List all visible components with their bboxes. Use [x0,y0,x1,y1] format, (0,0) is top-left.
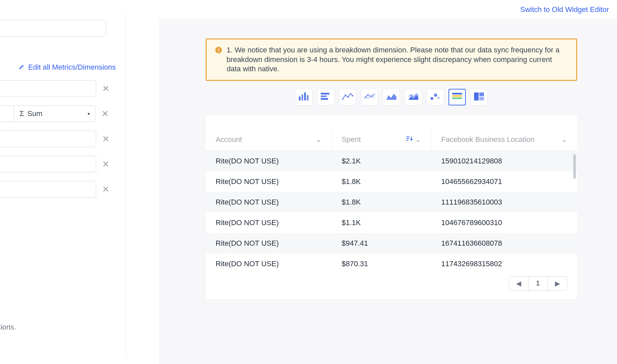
cell-location: 111196835610003 [431,192,577,212]
cell-spent: $1.1K [332,212,431,233]
cell-spent: $870.31 [332,254,431,271]
table-row[interactable]: Rite(DO NOT USE)$870.31117432698315802 [206,254,577,271]
chart-type-multi-line[interactable] [361,89,378,105]
chart-type-horizontal-bar[interactable] [317,89,334,105]
svg-point-12 [431,97,433,100]
switch-editor-link[interactable]: Switch to Old Widget Editor [520,5,609,14]
table-chart-icon [451,92,463,102]
chart-type-stacked-area[interactable] [405,89,422,105]
svg-rect-15 [452,93,462,94]
remove-metric-aggregate[interactable]: ✕ [102,109,109,118]
svg-rect-17 [452,97,462,99]
table-row[interactable]: Rite(DO NOT USE)$1.1K104676789600310 [206,212,577,233]
edit-all-metrics-link[interactable]: Edit all Metrics/Dimensions [0,63,116,72]
next-page-button[interactable]: ▶ [548,276,567,290]
cell-location: 159010214129808 [431,151,577,171]
svg-rect-20 [479,97,484,100]
scrollbar-thumb[interactable] [573,154,576,179]
horizontal-bar-icon [320,92,331,102]
chart-type-switcher [206,89,577,105]
svg-rect-0 [299,96,301,100]
metric-row-1: ✕ [0,80,116,97]
table-row[interactable]: Rite(DO NOT USE)$2.1K159010214129808 [206,151,577,171]
aggregate-select[interactable]: Σ Sum ▾ [14,105,96,122]
remove-metric-1[interactable]: ✕ [102,84,109,93]
alert-message: 1. We notice that you are using a breakd… [227,45,563,74]
svg-rect-16 [452,95,462,97]
cell-account: Rite(DO NOT USE) [206,233,332,254]
chevron-down-icon: ⌄ [561,135,567,144]
chevron-down-icon: ⌄ [415,135,421,144]
svg-rect-4 [321,93,329,94]
cell-spent: $2.1K [332,151,431,171]
edit-all-label: Edit all Metrics/Dimensions [28,63,116,72]
table-row[interactable]: Rite(DO NOT USE)$947.41167411636608078 [206,233,577,254]
col-account[interactable]: Account ⌄ [206,129,332,151]
cell-spent: $1.8K [332,192,431,212]
cell-location: 104676789600310 [431,212,577,233]
cell-account: Rite(DO NOT USE) [206,151,332,171]
multi-line-icon [364,92,375,102]
cell-account: Rite(DO NOT USE) [206,192,332,212]
chevron-down-icon: ▾ [88,111,90,116]
cell-location: 117432698315802 [431,254,577,271]
svg-point-7 [342,98,343,100]
table-header: Account ⌄ Spent ⌄ Facebook Business Loca… [206,129,577,151]
chart-type-bar-chart[interactable] [295,89,312,105]
metric-input-1[interactable] [0,80,96,97]
svg-point-13 [434,93,437,97]
svg-rect-3 [307,95,308,100]
table-row[interactable]: Rite(DO NOT USE)$1.8K104655662934071 [206,171,577,192]
cell-account: Rite(DO NOT USE) [206,212,332,233]
cell-spent: $947.41 [332,233,431,254]
cell-location: 167411636608078 [431,233,577,254]
metric-input-3[interactable] [0,131,96,147]
data-table-card: Account ⌄ Spent ⌄ Facebook Business Loca… [206,115,577,299]
scatter-chart-icon [430,92,441,102]
sort-indicator-icon [406,136,413,143]
svg-rect-5 [321,95,327,97]
sidebar-panel: Edit all Metrics/Dimensions ✕ Σ Sum ▾ ✕ … [0,13,126,358]
chart-type-treemap-chart[interactable] [470,89,488,105]
area-chart-icon [386,92,397,102]
chart-type-scatter-chart[interactable] [427,89,444,105]
page-number[interactable]: 1 [528,276,548,290]
col-spent-label: Spent [342,135,361,144]
sigma-icon: Σ [20,109,24,118]
metric-input-top[interactable] [0,20,106,36]
metric-row-4: ✕ [0,156,116,172]
svg-point-11 [352,95,353,96]
svg-rect-1 [302,94,303,100]
col-spent[interactable]: Spent ⌄ [332,129,431,151]
bar-chart-icon [298,92,309,102]
svg-point-14 [438,97,440,99]
remove-metric-3[interactable]: ✕ [102,135,109,143]
col-location-label: Facebook Business Location [441,135,534,144]
treemap-chart-icon [473,92,485,102]
col-account-label: Account [216,135,242,144]
chart-type-table-chart[interactable] [448,89,466,105]
stacked-area-icon [408,92,419,102]
cell-location: 104655662934071 [431,171,577,192]
pagination: ◀ 1 ▶ [206,271,577,299]
table-row[interactable]: Rite(DO NOT USE)$1.8K111196835610003 [206,192,577,212]
remove-metric-4[interactable]: ✕ [102,160,109,168]
svg-point-10 [350,93,351,94]
line-chart-icon [342,92,353,102]
chart-type-area-chart[interactable] [383,89,400,105]
svg-rect-19 [479,92,484,96]
cell-spent: $1.8K [332,171,431,192]
table-body: Rite(DO NOT USE)$2.1K159010214129808Rite… [206,151,577,271]
metric-input-5[interactable] [0,181,96,198]
chart-type-line-chart[interactable] [339,89,356,105]
svg-rect-2 [304,92,306,100]
svg-rect-18 [474,92,479,100]
remove-metric-5[interactable]: ✕ [102,185,109,194]
col-location[interactable]: Facebook Business Location ⌄ [431,129,577,151]
svg-point-8 [345,94,346,96]
metric-row-aggregate: Σ Sum ▾ ✕ [0,105,116,122]
chevron-down-icon: ⌄ [315,135,321,144]
cell-account: Rite(DO NOT USE) [206,254,332,271]
prev-page-button[interactable]: ◀ [509,276,528,290]
metric-input-4[interactable] [0,156,96,172]
